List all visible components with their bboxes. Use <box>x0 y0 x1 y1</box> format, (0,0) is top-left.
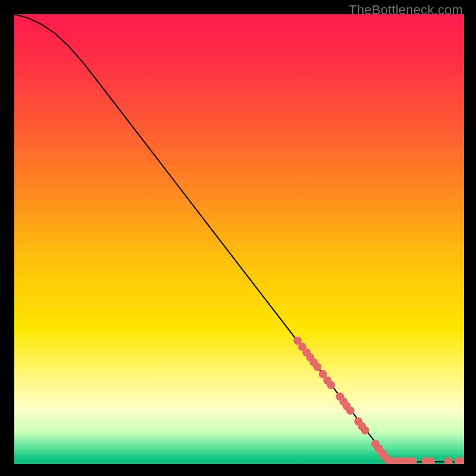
chart-frame: TheBottleneck.com <box>0 0 476 476</box>
plot-area <box>14 14 464 464</box>
marker-point <box>314 363 322 371</box>
marker-point <box>361 426 369 434</box>
chart-svg <box>14 14 464 464</box>
marker-point <box>327 381 335 389</box>
gradient-background <box>14 14 464 464</box>
marker-point <box>346 406 355 415</box>
watermark-text: TheBottleneck.com <box>349 2 463 18</box>
